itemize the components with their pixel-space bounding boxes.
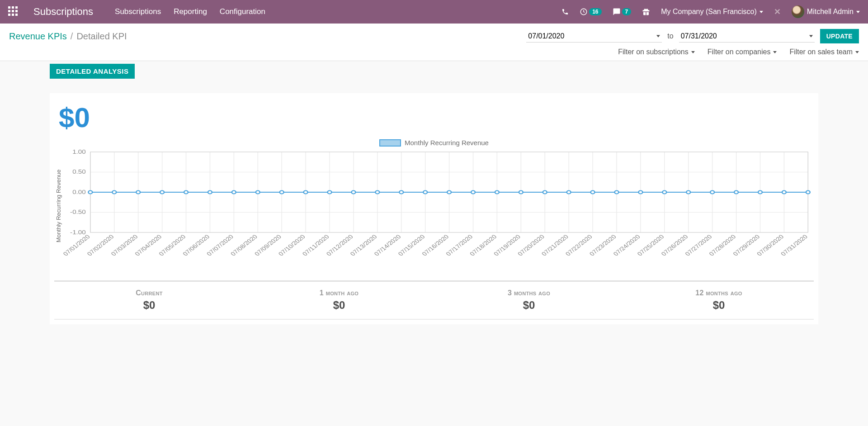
svg-point-84 — [328, 191, 332, 194]
kpi-card: $0 Monthly Recurring Revenue Monthly Rec… — [50, 93, 818, 324]
filter-companies[interactable]: Filter on companies — [708, 48, 777, 56]
breadcrumb-separator: / — [71, 31, 73, 42]
summary-3mo: 3 months ago $0 — [434, 289, 624, 312]
summary-value: $0 — [624, 299, 814, 312]
activity-badge: 16 — [589, 8, 601, 15]
summary-1mo: 1 month ago $0 — [244, 289, 434, 312]
legend-swatch — [379, 139, 401, 147]
apps-icon[interactable] — [8, 6, 19, 17]
svg-point-88 — [423, 191, 427, 194]
summary-value: $0 — [244, 299, 434, 312]
svg-point-82 — [280, 191, 284, 194]
avatar — [792, 5, 804, 18]
breadcrumb: Revenue KPIs / Detailed KPI — [9, 31, 127, 42]
filter-label: Filter on companies — [708, 48, 771, 56]
svg-point-78 — [184, 191, 188, 194]
chevron-down-icon — [856, 11, 860, 13]
nav-link-configuration[interactable]: Configuration — [220, 7, 265, 16]
close-icon[interactable]: ✕ — [774, 7, 781, 17]
summary-label: 12 months ago — [624, 289, 814, 297]
svg-point-79 — [208, 191, 212, 194]
user-menu[interactable]: Mitchell Admin — [792, 5, 860, 18]
svg-point-103 — [782, 191, 786, 194]
filter-label: Filter on sales team — [789, 48, 853, 56]
date-to-input[interactable] — [679, 30, 815, 43]
summary-label: 1 month ago — [244, 289, 434, 297]
legend-label: Monthly Recurring Revenue — [405, 139, 489, 147]
chart-y-axis-label: Monthly Recurring Revenue — [54, 149, 63, 262]
nav-links: Subscriptions Reporting Configuration — [115, 7, 265, 16]
svg-point-83 — [304, 191, 308, 194]
svg-point-76 — [136, 191, 140, 194]
gift-icon[interactable] — [642, 8, 650, 16]
svg-point-101 — [734, 191, 738, 194]
svg-point-92 — [519, 191, 523, 194]
messages-badge: 7 — [622, 8, 632, 15]
content-area: DETAILED ANALYSIS $0 Monthly Recurring R… — [0, 61, 868, 342]
chevron-down-icon — [691, 51, 695, 53]
svg-point-94 — [567, 191, 571, 194]
breadcrumb-current: Detailed KPI — [76, 31, 127, 42]
company-selector[interactable]: My Company (San Francisco) — [661, 8, 763, 16]
svg-point-104 — [806, 191, 810, 194]
svg-point-97 — [638, 191, 642, 194]
detailed-analysis-badge: DETAILED ANALYSIS — [50, 64, 135, 79]
filter-label: Filter on subscriptions — [618, 48, 689, 56]
divider — [54, 319, 814, 320]
company-name: My Company (San Francisco) — [661, 8, 757, 16]
chart-container: Monthly Recurring Revenue Monthly Recurr… — [54, 139, 814, 262]
main-navbar: Subscriptions Subscriptions Reporting Co… — [0, 0, 868, 24]
nav-right: 16 7 My Company (San Francisco) ✕ Mitche… — [561, 5, 860, 18]
svg-point-81 — [256, 191, 260, 194]
filter-sales-team[interactable]: Filter on sales team — [789, 48, 859, 56]
summary-value: $0 — [434, 299, 624, 312]
svg-point-99 — [686, 191, 690, 194]
svg-text:-0.50: -0.50 — [70, 209, 86, 215]
svg-point-86 — [375, 191, 379, 194]
mrr-chart[interactable]: -1.00-0.500.000.501.0007/01/202007/02/20… — [63, 149, 814, 262]
svg-text:0.50: 0.50 — [72, 169, 86, 175]
filter-subscriptions[interactable]: Filter on subscriptions — [618, 48, 695, 56]
svg-point-98 — [662, 191, 666, 194]
svg-point-89 — [447, 191, 451, 194]
svg-point-95 — [591, 191, 595, 194]
summary-current: Current $0 — [54, 289, 244, 312]
nav-link-reporting[interactable]: Reporting — [174, 7, 207, 16]
nav-link-subscriptions[interactable]: Subscriptions — [115, 7, 161, 16]
svg-point-77 — [160, 191, 164, 194]
chevron-down-icon — [855, 51, 859, 53]
summary-value: $0 — [54, 299, 244, 312]
svg-point-87 — [399, 191, 403, 194]
divider — [54, 280, 814, 282]
date-from-input[interactable] — [526, 30, 662, 43]
svg-text:0.00: 0.00 — [72, 189, 86, 195]
svg-point-90 — [471, 191, 475, 194]
summary-12mo: 12 months ago $0 — [624, 289, 814, 312]
svg-point-91 — [495, 191, 499, 194]
kpi-big-value: $0 — [54, 101, 814, 133]
chart-legend: Monthly Recurring Revenue — [54, 139, 814, 147]
svg-point-102 — [758, 191, 762, 194]
chevron-down-icon — [773, 51, 777, 53]
svg-text:1.00: 1.00 — [72, 149, 86, 155]
svg-text:-1.00: -1.00 — [70, 229, 86, 235]
breadcrumb-parent[interactable]: Revenue KPIs — [9, 31, 67, 42]
phone-icon[interactable] — [561, 8, 569, 15]
summary-label: 3 months ago — [434, 289, 624, 297]
summary-row: Current $0 1 month ago $0 3 months ago $… — [54, 289, 814, 319]
update-button[interactable]: UPDATE — [820, 29, 859, 43]
app-brand[interactable]: Subscriptions — [33, 6, 93, 18]
messages-icon[interactable]: 7 — [613, 8, 632, 16]
svg-point-93 — [543, 191, 547, 194]
control-panel: Revenue KPIs / Detailed KPI to UPDATE Fi… — [0, 24, 868, 61]
svg-point-100 — [710, 191, 714, 194]
summary-label: Current — [54, 289, 244, 297]
svg-point-80 — [232, 191, 236, 194]
svg-point-75 — [112, 191, 116, 194]
svg-point-74 — [88, 191, 92, 194]
date-to-label: to — [667, 32, 673, 40]
chevron-down-icon — [760, 11, 763, 13]
svg-point-96 — [615, 191, 619, 194]
svg-point-85 — [351, 191, 355, 194]
activity-icon[interactable]: 16 — [580, 8, 601, 16]
